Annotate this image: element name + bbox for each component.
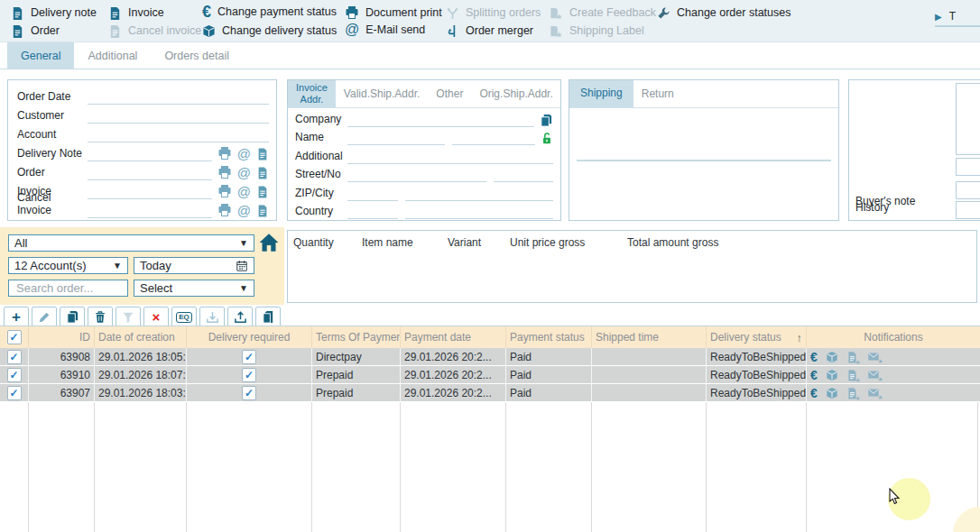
euro-icon[interactable]: €	[810, 350, 818, 364]
company-input[interactable]	[347, 114, 534, 127]
buyers-note-textarea[interactable]	[956, 83, 980, 155]
toolbar-email-send[interactable]: @ E-Mail send	[345, 22, 425, 38]
order-date-input[interactable]	[88, 90, 269, 105]
street-input[interactable]	[347, 169, 486, 182]
cancel-invoice-input[interactable]	[88, 204, 212, 218]
envelope-star-icon[interactable]: ★	[866, 369, 881, 381]
printer-icon[interactable]	[217, 184, 232, 198]
document-star-icon[interactable]: ★	[846, 387, 858, 399]
col-date-of-creation[interactable]: Date of creation	[94, 326, 186, 348]
printer-icon[interactable]	[217, 203, 232, 217]
advanced-search-button[interactable]: EQ	[171, 307, 197, 327]
at-icon[interactable]: @	[237, 185, 251, 198]
toolbar-delivery-note[interactable]: Delivery note	[11, 5, 97, 21]
edit-button[interactable]	[32, 307, 57, 327]
tab-return[interactable]: Return	[633, 80, 682, 107]
home-icon[interactable]	[258, 232, 280, 253]
col-id[interactable]: ID	[28, 326, 94, 348]
delivery-note-input[interactable]	[88, 147, 212, 161]
tab-invoice-addr[interactable]: Invoice Addr.	[288, 80, 336, 107]
copy-table-button[interactable]	[255, 307, 281, 327]
document-number-icon[interactable]	[256, 146, 269, 160]
toolbar-document-print[interactable]: Document print	[345, 5, 442, 21]
row-select-checkbox[interactable]: ✓	[7, 368, 22, 382]
panel-collapse-handle[interactable]: ▶ T	[935, 7, 980, 27]
tab-orders-detail[interactable]: Orders detail	[151, 42, 243, 69]
toolbar-change-delivery-status[interactable]: Change delivery status	[202, 23, 337, 39]
col-terms-of-payment[interactable]: Terms Of Payment	[311, 326, 400, 348]
accounts-dropdown[interactable]: 12 Account(s)▼	[8, 257, 128, 274]
export-button[interactable]	[227, 307, 253, 327]
row-select-checkbox[interactable]: ✓	[7, 386, 22, 400]
country-input[interactable]	[405, 206, 553, 219]
table-row[interactable]: ✓ 63910 29.01.2026 18:07:19 ✓ Prepaid 29…	[0, 366, 980, 384]
euro-icon[interactable]: €	[810, 368, 818, 382]
col-delivery-status[interactable]: Delivery status↑	[706, 326, 806, 348]
tab-other-addr[interactable]: Other	[428, 80, 471, 107]
delivery-required-checkbox[interactable]: ✓	[242, 368, 256, 382]
city-input[interactable]	[405, 188, 553, 201]
last-name-input[interactable]	[452, 132, 535, 145]
document-star-icon[interactable]: ★	[846, 351, 858, 363]
envelope-star-icon[interactable]: ★	[866, 387, 881, 399]
delivery-required-checkbox[interactable]: ✓	[242, 350, 256, 364]
first-name-input[interactable]	[347, 132, 445, 145]
at-icon[interactable]: @	[237, 204, 251, 217]
unlock-icon[interactable]	[535, 132, 553, 145]
sort-ascending-icon[interactable]: ↑	[797, 331, 803, 344]
add-button[interactable]: +	[4, 307, 29, 327]
at-icon[interactable]: @	[237, 166, 251, 179]
delete-button[interactable]	[88, 307, 113, 327]
street-number-input[interactable]	[494, 169, 553, 182]
additional-input[interactable]	[347, 151, 553, 164]
internal-note-input[interactable]	[956, 158, 980, 176]
tab-shipping[interactable]: Shipping	[569, 80, 633, 107]
printer-icon[interactable]	[217, 165, 232, 179]
document-number-icon[interactable]	[256, 203, 269, 216]
category-dropdown[interactable]: All▼	[8, 234, 254, 252]
tab-general[interactable]: General	[7, 42, 74, 69]
date-filter[interactable]: Today	[134, 257, 254, 274]
at-icon[interactable]: @	[237, 147, 251, 161]
col-payment-date[interactable]: Payment date	[400, 326, 505, 348]
tab-orig-ship-addr[interactable]: Orig.Ship.Addr.	[471, 80, 560, 107]
table-row[interactable]: ✓ 63908 29.01.2026 18:05:13 ✓ Directpay …	[0, 348, 980, 366]
row-select-checkbox[interactable]: ✓	[7, 350, 22, 364]
status-dropdown[interactable]: Select▼	[134, 280, 254, 297]
printer-icon[interactable]	[217, 146, 232, 161]
col-payment-status[interactable]: Payment status	[505, 326, 591, 348]
toolbar-order[interactable]: Order	[11, 23, 60, 39]
table-row[interactable]: ✓ 63907 29.01.2026 18:03:51 ✓ Prepaid 29…	[0, 384, 980, 402]
copy-button[interactable]	[60, 307, 85, 327]
col-notifications[interactable]: Notifications	[806, 326, 980, 348]
external-note-input[interactable]	[956, 181, 980, 199]
invoice-input[interactable]	[88, 185, 212, 199]
toolbar-invoice[interactable]: Invoice	[108, 5, 164, 21]
tab-valid-ship-addr[interactable]: Valid.Ship.Addr.	[336, 80, 429, 107]
package-icon[interactable]	[826, 368, 838, 381]
customer-input[interactable]	[88, 109, 269, 124]
toolbar-order-merger[interactable]: Order merger	[446, 23, 533, 39]
col-shipped-time[interactable]: Shipped time	[591, 326, 706, 348]
col-delivery-required[interactable]: Delivery required	[186, 326, 311, 348]
toolbar-change-order-statuses[interactable]: Change order statuses	[657, 5, 790, 21]
calendar-icon[interactable]	[236, 259, 248, 273]
document-number-icon[interactable]	[256, 184, 269, 197]
account-input[interactable]	[88, 128, 269, 142]
select-all-checkbox[interactable]: ✓	[7, 330, 22, 344]
history-input[interactable]	[956, 201, 980, 219]
tab-additional[interactable]: Additional	[74, 42, 151, 69]
euro-icon[interactable]: €	[810, 386, 818, 400]
delivery-required-checkbox[interactable]: ✓	[242, 386, 256, 400]
order-input[interactable]	[88, 166, 212, 180]
copy-address-icon[interactable]	[534, 113, 553, 126]
zip-input[interactable]	[347, 188, 398, 201]
envelope-star-icon[interactable]: ★	[866, 351, 881, 362]
country-code-input[interactable]	[347, 206, 398, 219]
clear-selection-button[interactable]: ×	[143, 307, 169, 327]
document-number-icon[interactable]	[256, 165, 269, 179]
document-star-icon[interactable]: ★	[846, 369, 858, 381]
toolbar-change-payment-status[interactable]: € Change payment status	[202, 4, 337, 20]
package-icon[interactable]	[826, 386, 838, 399]
package-icon[interactable]	[826, 350, 838, 363]
